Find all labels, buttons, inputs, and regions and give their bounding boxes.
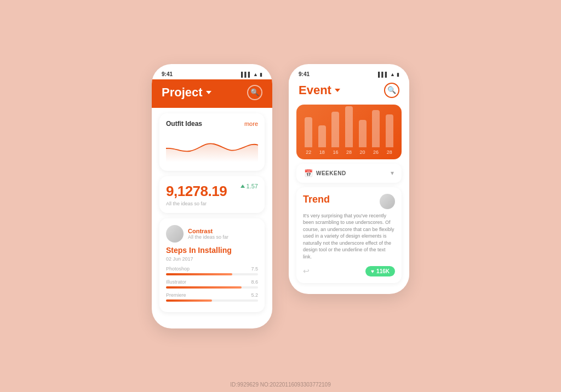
progress-label: Photoshop: [166, 266, 190, 272]
avatar: [166, 225, 184, 243]
progress-bar-bg: [166, 273, 258, 275]
phone1-time: 9:41: [162, 71, 173, 77]
progress-bar-fill: [166, 273, 232, 275]
outfit-card-title: Outfit Ideas: [166, 120, 202, 128]
profile-row: Contrast All the ideas so far: [166, 225, 258, 243]
phone2-search-button[interactable]: 🔍: [384, 83, 399, 98]
bar-item: 28: [386, 114, 393, 155]
phone1-notch: [196, 64, 228, 72]
progress-item: Premiere 5.2: [166, 292, 258, 302]
progress-value: 5.2: [251, 292, 258, 298]
progress-label: Premiere: [166, 292, 186, 298]
card-date: 02 Jun 2017: [166, 256, 258, 262]
bar-item: 18: [318, 125, 326, 155]
phone-2: 9:41 ▌▌▌ ▲ ▮ Event 🔍 22 18: [289, 64, 409, 294]
progress-bar-fill: [166, 299, 212, 302]
bar-item: 22: [305, 117, 312, 155]
trend-title: Trend: [303, 194, 330, 205]
phone2-chevron-icon: [335, 89, 340, 92]
phone1-title-text: Project: [162, 85, 203, 100]
heart-icon: ♥: [371, 268, 374, 274]
phone1-content: Outfit Ideas more: [152, 108, 272, 318]
weekend-chevron-icon: ▾: [391, 169, 394, 177]
weekend-dropdown[interactable]: 📅 WEEKEND ▾: [296, 164, 402, 183]
bar-chart-card: 22 18 16 28 20 26 28: [296, 105, 402, 159]
bars-area: 22 18 16 28 20 26 28: [303, 111, 395, 155]
stats-sub: All the ideas so far: [166, 201, 227, 206]
profile-sub: All the ideas so far: [188, 234, 228, 240]
progress-bar-bg: [166, 299, 258, 302]
outfit-chart: [166, 132, 258, 162]
phone2-title-row: Event 🔍: [299, 83, 399, 98]
signal-icon: ▌▌▌: [241, 72, 251, 77]
reply-icon[interactable]: ↩: [303, 267, 310, 275]
wifi-icon: ▲: [253, 72, 258, 77]
phone-1: 9:41 ▌▌▌ ▲ ▮ Project 🔍 Outfit Ideas: [152, 64, 272, 328]
bar-label: 26: [373, 149, 379, 155]
phone2-status-icons: ▌▌▌ ▲ ▮: [378, 72, 399, 77]
bar-label: 22: [306, 149, 311, 155]
weekend-label: WEEKEND: [316, 170, 346, 176]
bar-label: 28: [346, 149, 352, 155]
bar-col: [331, 112, 339, 147]
like-count: 116K: [376, 268, 390, 274]
progress-item: Photoshop 7.5: [166, 266, 258, 275]
progress-bar-bg: [166, 286, 258, 289]
bar-col: [386, 114, 393, 147]
weekend-left: 📅 WEEKEND: [304, 169, 346, 177]
profile-text: Contrast All the ideas so far: [188, 228, 228, 240]
bar-col: [372, 110, 380, 147]
bar-col: [345, 106, 353, 147]
trend-header: Trend: [303, 194, 395, 209]
signal-icon: ▌▌▌: [378, 72, 388, 77]
stats-badge: 1.57: [241, 183, 258, 189]
bar-item: 16: [331, 112, 339, 155]
like-badge[interactable]: ♥ 116K: [365, 266, 395, 276]
stats-number: 9,1278.19: [166, 183, 227, 200]
bar-label: 20: [360, 149, 365, 155]
bar-item: 28: [345, 106, 353, 155]
trend-body: It's very surprising that you've recentl…: [303, 212, 395, 261]
trend-footer: ↩ ♥ 116K: [303, 266, 395, 276]
phone1-title[interactable]: Project: [162, 85, 211, 100]
trend-card: Trend It's very surprising that you've r…: [296, 187, 402, 283]
outfit-card-more[interactable]: more: [244, 120, 258, 127]
watermark: ID:9929629 NO:20220116093303772109: [230, 382, 331, 388]
phone2-title[interactable]: Event: [299, 83, 340, 97]
progress-item: Illustrator 8.6: [166, 279, 258, 289]
outfit-card-header: Outfit Ideas more: [166, 120, 258, 128]
arrow-up-icon: [241, 185, 245, 188]
profile-card: Contrast All the ideas so far Steps In I…: [159, 218, 265, 312]
phone1-chevron-icon: [206, 91, 211, 94]
bar-label: 18: [319, 149, 325, 155]
battery-icon: ▮: [397, 72, 399, 77]
battery-icon: ▮: [260, 72, 262, 77]
bar-col: [305, 117, 312, 147]
phones-container: 9:41 ▌▌▌ ▲ ▮ Project 🔍 Outfit Ideas: [152, 64, 409, 328]
bar-label: 16: [333, 149, 338, 155]
phone1-header: Project 🔍: [152, 79, 272, 108]
phone2-notch: [333, 64, 365, 72]
phone2-header: Event 🔍: [289, 79, 409, 105]
calendar-icon: 📅: [304, 169, 313, 177]
progress-label: Illustrator: [166, 279, 186, 285]
progress-value: 7.5: [251, 266, 258, 272]
bar-col: [359, 120, 367, 147]
stats-badge-value: 1.57: [247, 183, 258, 189]
outfit-card: Outfit Ideas more: [159, 113, 265, 171]
wifi-icon: ▲: [390, 72, 395, 77]
progress-list: Photoshop 7.5 Illustrator 8.6 Premiere 5…: [166, 266, 258, 302]
phone2-title-text: Event: [299, 83, 331, 97]
phone1-status-icons: ▌▌▌ ▲ ▮: [241, 72, 262, 77]
stats-card: 9,1278.19 All the ideas so far 1.57: [159, 176, 265, 213]
phone2-time: 9:41: [299, 71, 310, 77]
phone1-search-button[interactable]: 🔍: [247, 85, 262, 100]
trend-avatar: [380, 194, 395, 209]
card-heading: Steps In Installing: [166, 246, 258, 255]
bar-col: [318, 125, 326, 147]
bar-item: 26: [372, 110, 380, 155]
progress-value: 8.6: [251, 279, 258, 285]
bar-item: 20: [359, 120, 367, 155]
bar-label: 28: [387, 149, 392, 155]
phone1-title-row: Project 🔍: [162, 85, 262, 100]
